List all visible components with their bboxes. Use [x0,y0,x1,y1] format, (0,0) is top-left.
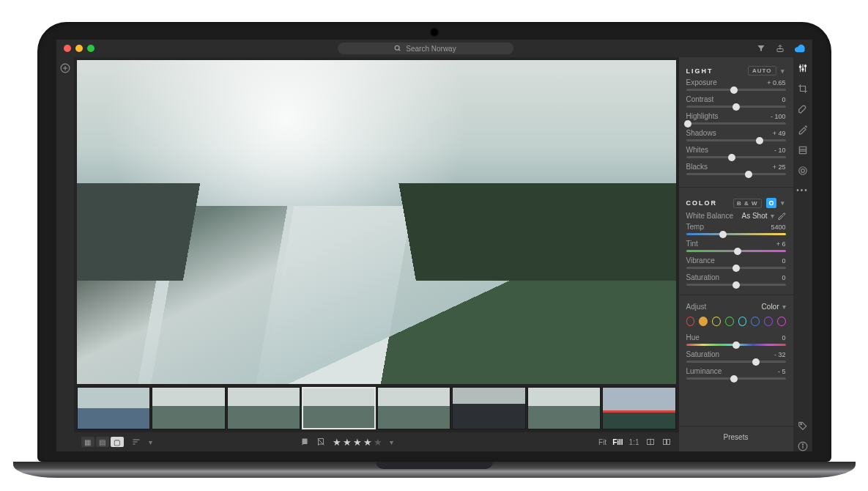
slider-knob[interactable] [732,103,740,111]
cloud-sync-icon[interactable] [795,44,805,53]
single-view-button[interactable]: ▢ [111,437,124,447]
slider-label: Luminance [686,367,722,375]
crop-icon[interactable] [798,84,808,94]
slider-knob[interactable] [734,248,741,255]
color-swatch[interactable] [764,317,773,326]
search-input[interactable]: Search Norway [338,43,513,54]
slider-track[interactable] [686,156,786,158]
minimize-button[interactable] [75,45,83,52]
star-rating[interactable]: ★★★★★ [333,437,382,448]
close-button[interactable] [64,45,71,52]
white-balance-row[interactable]: White Balance As Shot ▾ [686,211,786,220]
color-swatch[interactable] [751,317,760,326]
slider-track[interactable] [686,284,786,286]
laptop-notch [376,462,493,469]
mixer-sliders: Hue0Saturation- 32Luminance- 5 [686,333,786,384]
svg-point-26 [800,424,801,425]
svg-rect-13 [667,440,669,445]
show-original-icon[interactable] [661,438,672,446]
slider-label: Blacks [686,163,708,171]
thumbnail[interactable] [77,387,151,429]
star-icon: ★ [374,437,382,448]
slider-knob[interactable] [684,120,691,128]
thumbnail[interactable] [152,387,226,429]
info-icon[interactable] [798,441,808,451]
color-panel-header[interactable]: COLOR B & W ▾ [686,198,786,208]
slider-label: Saturation [686,350,720,358]
slider-knob[interactable] [732,342,740,349]
slider-knob[interactable] [732,265,740,272]
share-icon[interactable] [776,44,784,53]
brush-icon[interactable] [798,125,808,135]
flag-reject-icon[interactable] [316,438,325,446]
presets-button[interactable]: Presets [679,426,793,446]
slider-knob[interactable] [756,137,763,144]
slider-value: 0 [782,334,785,342]
svg-point-25 [801,169,804,173]
slider-knob[interactable] [730,86,738,94]
slider-knob[interactable] [752,358,760,366]
grid-view-square-button[interactable]: ▦ [81,437,94,447]
filter-icon[interactable] [757,44,765,53]
flag-pick-icon[interactable] [300,438,309,446]
slider-value: - 5 [778,368,786,375]
tag-icon[interactable] [798,421,808,431]
svg-point-0 [396,45,400,50]
slider-track[interactable] [686,250,786,252]
preview-photo[interactable] [77,60,676,384]
slider-track[interactable] [686,344,786,346]
heal-icon[interactable] [798,104,808,114]
radial-gradient-icon[interactable] [798,166,808,176]
color-title: COLOR [686,199,718,207]
add-photos-icon[interactable] [60,63,70,73]
slider-label: Temp [686,223,704,231]
light-sliders: Exposure+ 0.65Contrast0Highlights- 100Sh… [686,78,786,180]
thumbnail[interactable] [452,387,526,429]
filmstrip [77,387,676,429]
slider-value: 5400 [771,224,785,231]
slider-value: - 32 [774,351,786,358]
slider-track[interactable] [686,173,786,175]
adjust-value[interactable]: Color [762,303,779,311]
zoom-button[interactable] [87,45,94,52]
slider-track[interactable] [686,106,786,108]
color-swatch[interactable] [725,317,734,326]
bw-button[interactable]: B & W [733,199,762,208]
color-swatch[interactable] [777,317,786,326]
color-swatch[interactable] [712,317,721,326]
grid-view-detail-button[interactable]: ▤ [96,437,109,447]
color-swatch[interactable] [686,317,695,326]
more-icon[interactable]: ••• [796,186,809,194]
color-swatch[interactable] [699,317,708,326]
sort-icon[interactable] [131,438,141,446]
slider-track[interactable] [686,139,786,141]
linear-gradient-icon[interactable] [798,145,808,155]
thumbnail[interactable] [227,387,301,429]
slider-knob[interactable] [730,375,738,383]
slider-track[interactable] [686,122,786,125]
compare-icon[interactable] [645,438,656,446]
color-mode-button[interactable] [766,198,776,208]
thumbnail[interactable] [527,387,601,429]
slider-knob[interactable] [719,231,727,238]
eyedropper-icon[interactable] [777,211,786,220]
slider-track[interactable] [686,377,786,380]
auto-button[interactable]: AUTO [748,66,776,75]
thumbnail-selected[interactable] [302,387,376,429]
slider-knob[interactable] [728,154,735,161]
slider-knob[interactable] [745,171,752,178]
zoom-ratio[interactable]: 1:1 [629,438,639,446]
slider-knob[interactable] [732,281,740,289]
zoom-fit[interactable]: Fit [598,438,607,446]
color-swatch[interactable] [738,317,747,326]
slider-track[interactable] [686,89,786,91]
light-panel-header[interactable]: LIGHT AUTO ▾ [686,66,786,75]
thumbnail[interactable] [377,387,451,429]
adjust-icon[interactable] [798,63,808,73]
slider-track[interactable] [686,267,786,269]
thumbnail[interactable] [602,387,676,429]
slider-track[interactable] [686,233,786,235]
slider-track[interactable] [686,361,786,363]
zoom-fill[interactable]: Fill [612,438,623,446]
white-balance-value: As Shot [741,212,767,220]
